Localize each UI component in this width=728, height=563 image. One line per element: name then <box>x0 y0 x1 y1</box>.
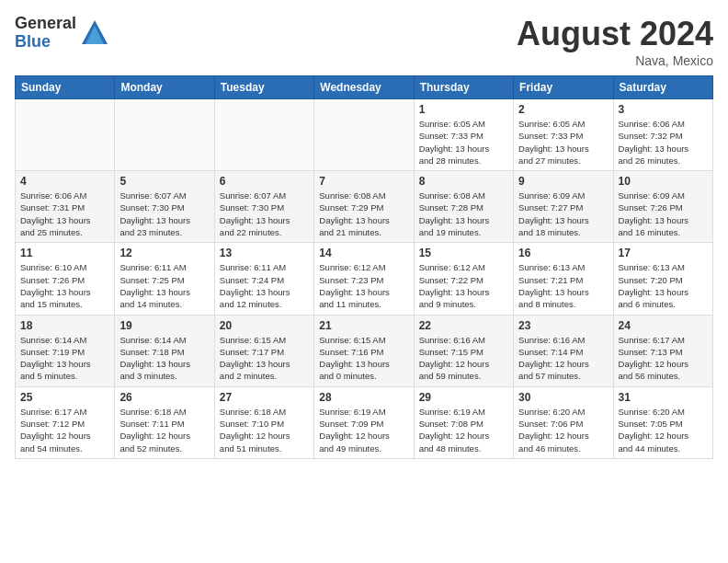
calendar-day-cell: 17Sunrise: 6:13 AM Sunset: 7:20 PM Dayli… <box>613 243 712 315</box>
calendar-day-cell <box>314 99 414 171</box>
location: Nava, Mexico <box>517 53 713 68</box>
calendar-day-cell <box>16 99 115 171</box>
day-info: Sunrise: 6:18 AM Sunset: 7:10 PM Dayligh… <box>220 406 309 454</box>
day-number: 4 <box>20 175 109 188</box>
weekday-header: Saturday <box>613 76 712 99</box>
day-info: Sunrise: 6:20 AM Sunset: 7:06 PM Dayligh… <box>518 406 608 454</box>
day-number: 25 <box>20 391 109 404</box>
day-info: Sunrise: 6:12 AM Sunset: 7:23 PM Dayligh… <box>319 261 408 310</box>
day-number: 23 <box>518 319 608 332</box>
day-info: Sunrise: 6:17 AM Sunset: 7:12 PM Dayligh… <box>20 406 109 454</box>
calendar-day-cell: 1Sunrise: 6:05 AM Sunset: 7:33 PM Daylig… <box>414 99 513 171</box>
calendar-day-cell: 6Sunrise: 6:07 AM Sunset: 7:30 PM Daylig… <box>214 171 313 243</box>
day-number: 7 <box>319 175 408 188</box>
logo-general: General <box>15 15 76 33</box>
day-info: Sunrise: 6:13 AM Sunset: 7:20 PM Dayligh… <box>619 261 708 310</box>
calendar-day-cell: 7Sunrise: 6:08 AM Sunset: 7:29 PM Daylig… <box>314 171 414 243</box>
day-number: 13 <box>220 247 309 259</box>
calendar-day-cell: 11Sunrise: 6:10 AM Sunset: 7:26 PM Dayli… <box>16 243 115 315</box>
day-info: Sunrise: 6:19 AM Sunset: 7:09 PM Dayligh… <box>319 406 408 454</box>
calendar-week-row: 4Sunrise: 6:06 AM Sunset: 7:31 PM Daylig… <box>16 171 713 243</box>
calendar-day-cell: 26Sunrise: 6:18 AM Sunset: 7:11 PM Dayli… <box>115 386 214 458</box>
day-info: Sunrise: 6:20 AM Sunset: 7:05 PM Dayligh… <box>619 406 708 454</box>
day-number: 10 <box>619 175 708 188</box>
calendar-week-row: 1Sunrise: 6:05 AM Sunset: 7:33 PM Daylig… <box>16 99 713 171</box>
calendar-day-cell: 20Sunrise: 6:15 AM Sunset: 7:17 PM Dayli… <box>214 315 313 386</box>
weekday-header: Thursday <box>414 76 513 99</box>
day-info: Sunrise: 6:09 AM Sunset: 7:27 PM Dayligh… <box>518 190 608 238</box>
calendar-day-cell: 3Sunrise: 6:06 AM Sunset: 7:32 PM Daylig… <box>613 99 712 171</box>
day-number: 5 <box>119 175 209 188</box>
day-info: Sunrise: 6:06 AM Sunset: 7:32 PM Dayligh… <box>619 118 708 167</box>
calendar-day-cell: 4Sunrise: 6:06 AM Sunset: 7:31 PM Daylig… <box>16 171 115 243</box>
calendar-day-cell: 15Sunrise: 6:12 AM Sunset: 7:22 PM Dayli… <box>414 243 513 315</box>
calendar-day-cell: 25Sunrise: 6:17 AM Sunset: 7:12 PM Dayli… <box>16 386 115 458</box>
calendar-day-cell <box>214 99 313 171</box>
calendar-table: SundayMondayTuesdayWednesdayThursdayFrid… <box>15 75 713 459</box>
day-info: Sunrise: 6:11 AM Sunset: 7:25 PM Dayligh… <box>119 261 209 310</box>
day-number: 2 <box>518 103 608 116</box>
calendar-day-cell: 19Sunrise: 6:14 AM Sunset: 7:18 PM Dayli… <box>115 315 214 386</box>
calendar-day-cell: 24Sunrise: 6:17 AM Sunset: 7:13 PM Dayli… <box>613 315 712 386</box>
calendar-day-cell: 29Sunrise: 6:19 AM Sunset: 7:08 PM Dayli… <box>414 386 513 458</box>
day-number: 24 <box>619 319 708 332</box>
calendar-day-cell: 21Sunrise: 6:15 AM Sunset: 7:16 PM Dayli… <box>314 315 414 386</box>
day-info: Sunrise: 6:10 AM Sunset: 7:26 PM Dayligh… <box>20 261 109 310</box>
logo: General Blue <box>15 15 109 52</box>
day-number: 17 <box>619 247 708 259</box>
day-number: 22 <box>419 319 508 332</box>
day-number: 3 <box>619 103 708 116</box>
day-number: 15 <box>419 247 508 259</box>
day-number: 19 <box>119 319 209 332</box>
calendar-day-cell: 8Sunrise: 6:08 AM Sunset: 7:28 PM Daylig… <box>414 171 513 243</box>
calendar-week-row: 25Sunrise: 6:17 AM Sunset: 7:12 PM Dayli… <box>16 386 713 458</box>
day-info: Sunrise: 6:07 AM Sunset: 7:30 PM Dayligh… <box>220 190 309 238</box>
day-number: 26 <box>119 391 209 404</box>
day-number: 6 <box>220 175 309 188</box>
day-number: 27 <box>220 391 309 404</box>
day-info: Sunrise: 6:05 AM Sunset: 7:33 PM Dayligh… <box>419 118 508 167</box>
weekday-header: Tuesday <box>214 76 313 99</box>
day-info: Sunrise: 6:15 AM Sunset: 7:16 PM Dayligh… <box>319 334 408 383</box>
day-info: Sunrise: 6:14 AM Sunset: 7:18 PM Dayligh… <box>119 334 209 383</box>
weekday-header: Sunday <box>16 76 115 99</box>
day-info: Sunrise: 6:08 AM Sunset: 7:29 PM Dayligh… <box>319 190 408 238</box>
day-info: Sunrise: 6:06 AM Sunset: 7:31 PM Dayligh… <box>20 190 109 238</box>
day-info: Sunrise: 6:09 AM Sunset: 7:26 PM Dayligh… <box>619 190 708 238</box>
day-info: Sunrise: 6:16 AM Sunset: 7:14 PM Dayligh… <box>518 334 608 383</box>
weekday-header: Wednesday <box>314 76 414 99</box>
day-number: 8 <box>419 175 508 188</box>
day-info: Sunrise: 6:13 AM Sunset: 7:21 PM Dayligh… <box>518 261 608 310</box>
logo-blue: Blue <box>15 33 76 52</box>
calendar-day-cell: 30Sunrise: 6:20 AM Sunset: 7:06 PM Dayli… <box>514 386 613 458</box>
day-number: 18 <box>20 319 109 332</box>
calendar-day-cell: 27Sunrise: 6:18 AM Sunset: 7:10 PM Dayli… <box>214 386 313 458</box>
calendar-day-cell: 13Sunrise: 6:11 AM Sunset: 7:24 PM Dayli… <box>214 243 313 315</box>
calendar-day-cell: 31Sunrise: 6:20 AM Sunset: 7:05 PM Dayli… <box>613 386 712 458</box>
day-info: Sunrise: 6:15 AM Sunset: 7:17 PM Dayligh… <box>220 334 309 383</box>
day-number: 28 <box>319 391 408 404</box>
day-number: 14 <box>319 247 408 259</box>
day-number: 20 <box>220 319 309 332</box>
calendar-day-cell <box>115 99 214 171</box>
page-header: General Blue August 2024 Nava, Mexico <box>15 15 713 68</box>
calendar-day-cell: 28Sunrise: 6:19 AM Sunset: 7:09 PM Dayli… <box>314 386 414 458</box>
day-number: 29 <box>419 391 508 404</box>
day-number: 12 <box>119 247 209 259</box>
day-number: 16 <box>518 247 608 259</box>
day-number: 9 <box>518 175 608 188</box>
day-info: Sunrise: 6:14 AM Sunset: 7:19 PM Dayligh… <box>20 334 109 383</box>
day-number: 11 <box>20 247 109 259</box>
day-info: Sunrise: 6:19 AM Sunset: 7:08 PM Dayligh… <box>419 406 508 454</box>
day-info: Sunrise: 6:12 AM Sunset: 7:22 PM Dayligh… <box>419 261 508 310</box>
calendar-day-cell: 9Sunrise: 6:09 AM Sunset: 7:27 PM Daylig… <box>514 171 613 243</box>
calendar-day-cell: 14Sunrise: 6:12 AM Sunset: 7:23 PM Dayli… <box>314 243 414 315</box>
calendar-day-cell: 22Sunrise: 6:16 AM Sunset: 7:15 PM Dayli… <box>414 315 513 386</box>
calendar-day-cell: 16Sunrise: 6:13 AM Sunset: 7:21 PM Dayli… <box>514 243 613 315</box>
title-area: August 2024 Nava, Mexico <box>517 15 713 68</box>
calendar-day-cell: 18Sunrise: 6:14 AM Sunset: 7:19 PM Dayli… <box>16 315 115 386</box>
calendar-header-row: SundayMondayTuesdayWednesdayThursdayFrid… <box>16 76 713 99</box>
calendar-day-cell: 5Sunrise: 6:07 AM Sunset: 7:30 PM Daylig… <box>115 171 214 243</box>
day-info: Sunrise: 6:17 AM Sunset: 7:13 PM Dayligh… <box>619 334 708 383</box>
day-info: Sunrise: 6:11 AM Sunset: 7:24 PM Dayligh… <box>220 261 309 310</box>
